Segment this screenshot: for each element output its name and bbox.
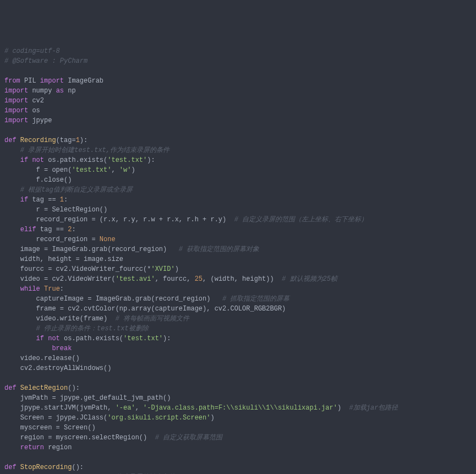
code-token: StopRecording xyxy=(20,464,72,471)
code-token: 'XVID' xyxy=(151,265,174,273)
code-line: def Recording(tag=1): xyxy=(4,135,472,145)
code-token: break xyxy=(52,345,72,352)
code-token: : xyxy=(60,285,64,293)
code-token: #加载jar包路径 xyxy=(349,404,398,412)
code-token: ): xyxy=(147,156,155,164)
code-token: # 自定义获取屏幕范围 xyxy=(155,434,222,442)
code-token: ) xyxy=(131,166,135,174)
code-token: 'test.avi' xyxy=(116,275,155,283)
code-line: frame = cv2.cvtColor(np.array(captureIma… xyxy=(4,304,472,314)
code-token: if xyxy=(20,196,28,204)
code-line: myscreen = Screen() xyxy=(4,423,472,433)
code-line: fourcc = cv2.VideoWriter_fourcc(*'XVID') xyxy=(4,264,472,274)
code-token: SelectRegion xyxy=(20,384,68,392)
code-line: import jpype xyxy=(4,116,472,126)
code-line: import os xyxy=(4,106,472,116)
code-token: None xyxy=(100,236,116,243)
code-token: f = open( xyxy=(4,166,72,174)
code-line: f.close() xyxy=(4,175,472,185)
code-line: # 停止录屏的条件：test.txt被删除 xyxy=(4,324,472,334)
code-token: frame = cv2.cvtColor(np.array(captureIma… xyxy=(4,305,286,313)
code-token: PIL xyxy=(20,77,40,85)
code-token: (tag= xyxy=(56,137,76,144)
code-token: # coding=utf-8 xyxy=(4,47,60,55)
code-token: 'test.txt' xyxy=(72,166,111,174)
code-token: ) xyxy=(175,265,179,273)
code-token: region = myscreen.selectRegion() xyxy=(4,434,155,442)
code-token: '-Djava.class.path=F:\\sikuli\\1\\sikuli… xyxy=(143,404,337,412)
code-token: from xyxy=(4,77,20,85)
code-token: # 获取指定范围的屏幕对象 xyxy=(179,246,259,253)
code-token: # 将每帧画面写视频文件 xyxy=(116,315,189,323)
code-token: if xyxy=(36,335,44,342)
code-editor[interactable]: # coding=utf-8# @Software : PyCharmfrom … xyxy=(4,46,472,474)
code-token: if xyxy=(20,156,28,164)
code-line: video.write(frame) # 将每帧画面写视频文件 xyxy=(4,314,472,324)
code-token xyxy=(4,335,36,342)
code-token: 'test.txt' xyxy=(107,156,147,164)
code-line: captureImage = ImageGrab.grab(record_reg… xyxy=(4,294,472,304)
code-token: f.close() xyxy=(4,176,72,184)
code-token: myscreen = Screen() xyxy=(4,424,96,432)
code-token: import xyxy=(40,77,64,85)
code-line: if not os.path.exists('test.txt'): xyxy=(4,334,472,344)
code-token: numpy xyxy=(28,87,56,95)
code-line: width, height = image.size xyxy=(4,254,472,264)
code-token: (): xyxy=(72,464,84,471)
code-token: video.release() xyxy=(4,355,80,362)
code-token: def xyxy=(4,384,17,392)
code-token: # 默认视频为25帧 xyxy=(282,275,337,283)
code-line: import numpy as np xyxy=(4,86,472,96)
code-token: Recording xyxy=(20,137,56,144)
code-token: np xyxy=(64,87,76,95)
code-token xyxy=(17,464,20,471)
code-token: import xyxy=(4,87,28,95)
code-token: os xyxy=(28,107,40,115)
code-line xyxy=(4,373,472,383)
code-token: 1 xyxy=(60,196,64,204)
code-token: jpype xyxy=(28,117,52,124)
code-line: while True: xyxy=(4,284,472,294)
code-line: # coding=utf-8 xyxy=(4,46,472,56)
code-line: # 根据tag值判断自定义录屏或全录屏 xyxy=(4,185,472,195)
code-token: video.write(frame) xyxy=(4,315,116,323)
code-token: cv2 xyxy=(28,97,44,105)
code-token: , xyxy=(135,404,143,412)
code-token: elif xyxy=(20,226,36,233)
code-token xyxy=(4,325,36,333)
code-line: record_region = (r.x, r.y, r.w + r.x, r.… xyxy=(4,215,472,225)
code-line: image = ImageGrab.grab(record_region) # … xyxy=(4,244,472,254)
code-token: (): xyxy=(68,384,80,392)
code-token: # 根据tag值判断自定义录屏或全录屏 xyxy=(20,186,133,194)
code-token: record_region = (r.x, r.y, r.w + r.x, r.… xyxy=(4,216,234,224)
code-token: # 抓取指定范围的屏幕 xyxy=(222,295,289,303)
code-token: : xyxy=(72,226,75,233)
code-token: as xyxy=(56,87,64,95)
code-token: # 停止录屏的条件：test.txt被删除 xyxy=(36,325,149,333)
code-token: 'w' xyxy=(119,166,132,174)
code-line: # 录屏开始时创建test.txt,作为结束录屏的条件 xyxy=(4,145,472,155)
code-line: jvmPath = jpype.get_default_jvm_path() xyxy=(4,393,472,403)
code-token xyxy=(4,345,52,352)
code-token: not xyxy=(32,156,44,164)
code-token: jpype.startJVM(jvmPath, xyxy=(4,404,116,412)
code-token: def xyxy=(4,464,17,471)
code-line: def SelectRegion(): xyxy=(4,383,472,393)
code-token: tag == xyxy=(36,226,68,233)
code-line xyxy=(4,66,472,76)
code-line: Screen = jpype.JClass('org.sikuli.script… xyxy=(4,413,472,423)
code-token: captureImage = ImageGrab.grab(record_reg… xyxy=(4,295,222,303)
code-token: 'test.txt' xyxy=(123,335,163,342)
code-line: from PIL import ImageGrab xyxy=(4,76,472,86)
code-token: record_region = xyxy=(4,236,100,243)
code-token: import xyxy=(4,107,28,115)
code-line: video = cv2.VideoWriter('test.avi', four… xyxy=(4,274,472,284)
code-token xyxy=(4,196,20,204)
code-token: r = SelectRegion() xyxy=(4,206,107,214)
code-token xyxy=(17,137,20,144)
code-token: True xyxy=(44,285,60,293)
code-token xyxy=(4,226,20,233)
code-line: def StopRecording(): xyxy=(4,462,472,472)
code-token xyxy=(17,384,20,392)
code-token xyxy=(4,444,20,451)
